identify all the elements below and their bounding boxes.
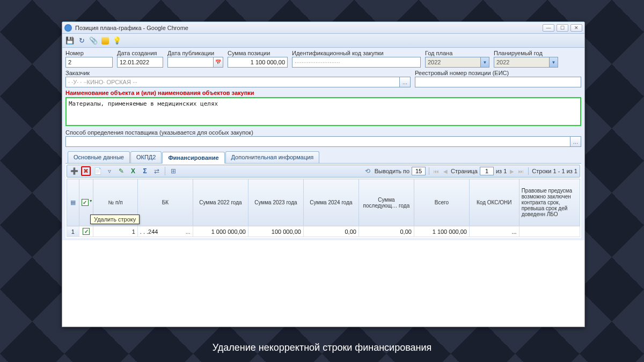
window-title: Позиция плана-графика - Google Chrome xyxy=(75,25,543,31)
create-date-label: Дата создания xyxy=(117,50,163,56)
tab-financing[interactable]: Финансирование xyxy=(162,152,224,164)
rownum-header[interactable]: ▦ xyxy=(67,179,79,226)
app-icon xyxy=(64,24,72,32)
planned-year-label: Планируемый год xyxy=(494,50,558,56)
planned-year-select[interactable] xyxy=(494,57,550,68)
cell-sum2024: 0,00 xyxy=(303,226,358,237)
first-page-icon[interactable]: ⏮ xyxy=(433,168,440,174)
toolbar-separator xyxy=(165,167,165,175)
sum-input[interactable] xyxy=(228,57,288,68)
calendar-icon[interactable]: 📅 xyxy=(214,57,223,68)
ik-input[interactable] xyxy=(292,57,421,68)
supplier-input[interactable] xyxy=(65,136,570,147)
output-label: Выводить по xyxy=(375,168,409,174)
plan-year-label: Год плана xyxy=(425,50,489,56)
pager-refresh-icon[interactable]: ⟲ xyxy=(363,166,372,176)
ellipsis-icon[interactable]: … xyxy=(400,77,411,87)
col-bk[interactable]: БК xyxy=(137,179,193,226)
supplier-label: Способ определения поставщика (указывает… xyxy=(65,129,581,136)
tab-okpd2[interactable]: ОКПД2 xyxy=(130,151,162,163)
close-button[interactable]: ✕ xyxy=(570,24,582,32)
object-textarea[interactable] xyxy=(65,97,581,126)
main-toolbar: 💾 ↻ 📎 💡 xyxy=(62,34,584,48)
prev-page-icon[interactable]: ◀ xyxy=(442,168,449,174)
excel-icon[interactable]: X xyxy=(128,166,138,176)
last-page-icon[interactable]: ⏭ xyxy=(517,168,525,174)
cell-legal xyxy=(519,226,580,237)
grid-toolbar: ➕ ✖ 📄 ▿ ✎ X Σ ⇄ ⊞ ⟲ Выводить по ⏮ ◀ Стра… xyxy=(67,165,580,178)
page-of-label: из 1 xyxy=(496,168,507,174)
add-row-icon[interactable]: ➕ xyxy=(69,166,79,176)
cell-oks: ... xyxy=(469,226,519,237)
delete-row-icon[interactable]: ✖ xyxy=(81,166,91,176)
col-sum-next[interactable]: Сумма последующ… года xyxy=(358,179,414,226)
minimize-button[interactable]: — xyxy=(543,24,554,32)
create-date-input[interactable] xyxy=(117,57,163,68)
app-window: Позиция плана-графика - Google Chrome — … xyxy=(62,21,585,327)
save-icon[interactable]: 💾 xyxy=(65,36,74,45)
pub-date-label: Дата публикации xyxy=(167,50,223,56)
database-icon[interactable] xyxy=(101,36,109,45)
eis-label: Реестровый номер позиции (ЕИС) xyxy=(415,70,581,76)
form-area: Номер Дата создания Дата публикации 📅 Су… xyxy=(62,48,584,240)
eis-input[interactable] xyxy=(415,77,581,87)
sum-icon[interactable]: Σ xyxy=(140,166,150,176)
col-sum2022[interactable]: Сумма 2022 года xyxy=(193,179,248,226)
page-label: Страница xyxy=(451,168,478,174)
filter-icon[interactable]: ▿ xyxy=(105,166,114,176)
ellipsis-icon[interactable]: … xyxy=(570,136,581,147)
tab-strip: Основные данные ОКПД2 Финансирование Доп… xyxy=(65,150,581,164)
cell-npp: 1 xyxy=(93,226,137,237)
cell-bk: . . .244 ... xyxy=(137,226,193,237)
output-input[interactable] xyxy=(412,167,426,175)
cell-total: 1 100 000,00 xyxy=(414,226,469,237)
exchange-icon[interactable]: ⇄ xyxy=(152,166,162,176)
pager: ⟲ Выводить по ⏮ ◀ Страница из 1 ▶ ⏭ Стро… xyxy=(363,166,577,176)
financing-grid: ▦ ▼ № п/п БК Сумма 2022 года Сумма 2023 … xyxy=(67,179,580,237)
checkbox-cell[interactable] xyxy=(79,226,93,237)
rownum-cell: 1 xyxy=(67,226,79,237)
edit-icon[interactable]: ✎ xyxy=(116,166,126,176)
cell-sum2022: 1 000 000,00 xyxy=(193,226,248,237)
page-input[interactable] xyxy=(480,167,494,175)
delete-row-tooltip: Удалить строку xyxy=(90,215,140,224)
copy-icon[interactable]: 📄 xyxy=(93,166,103,176)
help-icon[interactable]: 💡 xyxy=(113,36,121,45)
chevron-down-icon[interactable]: ▼ xyxy=(481,57,489,68)
col-sum2023[interactable]: Сумма 2023 года xyxy=(248,179,303,226)
next-page-icon[interactable]: ▶ xyxy=(509,168,515,174)
sum-label: Сумма позиции xyxy=(228,50,288,56)
settings-icon[interactable]: ⊞ xyxy=(169,166,178,176)
window-controls: — ☐ ✕ xyxy=(543,24,582,32)
object-section-label: Наименование объекта и (или) наименовани… xyxy=(65,90,581,96)
attach-icon[interactable]: 📎 xyxy=(89,36,98,45)
rows-label: Строки 1 - 1 из 1 xyxy=(532,168,577,174)
maximize-button[interactable]: ☐ xyxy=(557,24,568,32)
number-label: Номер xyxy=(65,50,113,56)
refresh-icon[interactable]: ↻ xyxy=(77,36,86,45)
cell-sum-next: 0,00 xyxy=(358,226,414,237)
tab-main-data[interactable]: Основные данные xyxy=(68,151,130,163)
tab-content: ➕ ✖ 📄 ▿ ✎ X Σ ⇄ ⊞ ⟲ Выводить по ⏮ ◀ Стра… xyxy=(65,164,581,238)
customer-label: Заказчик xyxy=(65,70,411,76)
ik-label: Идентификационный код закупки xyxy=(292,50,421,56)
number-input[interactable] xyxy=(65,57,113,68)
col-oks[interactable]: Код ОКС/ОНИ xyxy=(469,179,519,226)
cell-sum2023: 100 000,00 xyxy=(248,226,303,237)
customer-input[interactable] xyxy=(65,77,400,87)
titlebar: Позиция плана-графика - Google Chrome — … xyxy=(62,22,584,34)
table-row[interactable]: 1 1 . . .244 ... 1 000 000,00 100 000,00… xyxy=(67,226,580,237)
tab-additional[interactable]: Дополнительная информация xyxy=(225,151,320,163)
slide-caption: Удаление некорректной строки финансирова… xyxy=(0,342,644,353)
col-total[interactable]: Всего xyxy=(414,179,469,226)
col-legal[interactable]: Правовые предусма возможно заключен конт… xyxy=(519,179,580,226)
plan-year-select[interactable] xyxy=(425,57,481,68)
col-sum2024[interactable]: Сумма 2024 года xyxy=(303,179,358,226)
pub-date-input[interactable] xyxy=(167,57,214,68)
chevron-down-icon[interactable]: ▼ xyxy=(550,57,558,68)
